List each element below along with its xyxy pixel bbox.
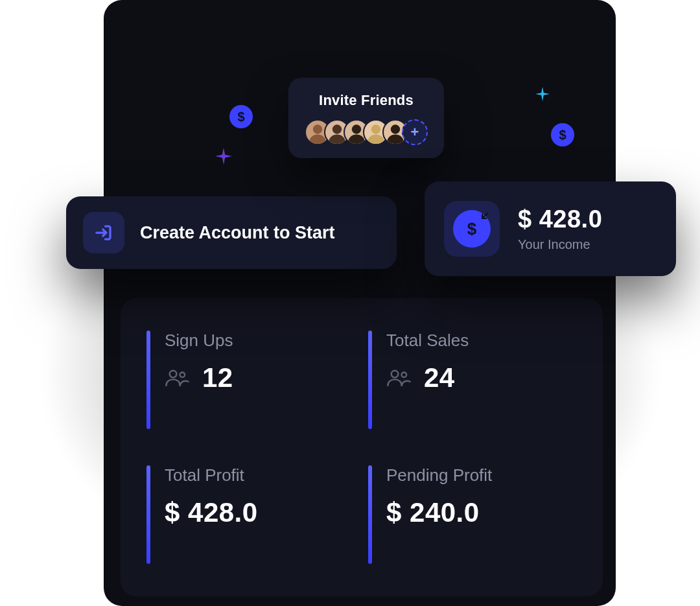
svg-point-7 xyxy=(368,135,384,144)
plus-icon: + xyxy=(411,124,419,141)
svg-point-13 xyxy=(402,372,407,377)
income-card[interactable]: $ 428.0 Your Income xyxy=(425,181,676,276)
svg-point-3 xyxy=(329,135,345,144)
invite-title: Invite Friends xyxy=(304,92,428,109)
svg-point-12 xyxy=(391,371,399,378)
svg-point-2 xyxy=(332,124,342,134)
svg-point-5 xyxy=(348,135,364,144)
people-icon xyxy=(165,368,189,388)
create-account-label: Create Account to Start xyxy=(140,223,335,243)
svg-point-4 xyxy=(352,124,361,134)
svg-point-0 xyxy=(313,124,322,134)
income-icon xyxy=(444,201,500,257)
stat-label: Pending Profit xyxy=(386,465,492,485)
svg-point-11 xyxy=(180,372,185,377)
stat-pending-profit: Pending Profit $ 240.0 xyxy=(368,465,577,564)
svg-point-1 xyxy=(309,135,325,144)
stat-total-sales: Total Sales 24 xyxy=(368,331,577,429)
stat-label: Total Sales xyxy=(386,331,469,351)
stat-value: 24 xyxy=(424,362,455,393)
stats-panel: Sign Ups 12 Total Sales xyxy=(121,298,603,596)
invite-avatar-row: + xyxy=(304,119,428,145)
svg-point-9 xyxy=(387,135,403,144)
income-value: $ 428.0 xyxy=(518,205,602,233)
add-friend-button[interactable]: + xyxy=(402,119,428,145)
svg-point-6 xyxy=(371,124,380,134)
stat-label: Total Profit xyxy=(165,465,258,485)
invite-friends-card[interactable]: Invite Friends + xyxy=(288,78,444,158)
income-label: Your Income xyxy=(518,237,602,252)
stat-label: Sign Ups xyxy=(165,331,233,351)
accent-bar xyxy=(368,465,372,564)
people-icon xyxy=(386,368,411,388)
accent-bar xyxy=(368,331,372,429)
svg-point-8 xyxy=(391,124,400,134)
accent-bar xyxy=(146,465,150,564)
stat-value: 12 xyxy=(202,362,233,393)
accent-bar xyxy=(146,331,150,429)
stat-sign-ups: Sign Ups 12 xyxy=(146,331,355,429)
stat-value: $ 428.0 xyxy=(165,497,258,528)
create-account-card[interactable]: Create Account to Start xyxy=(66,196,397,269)
stat-value: $ 240.0 xyxy=(386,497,480,528)
svg-point-10 xyxy=(170,371,177,378)
login-icon xyxy=(83,212,124,253)
stat-total-profit: Total Profit $ 428.0 xyxy=(146,465,355,564)
